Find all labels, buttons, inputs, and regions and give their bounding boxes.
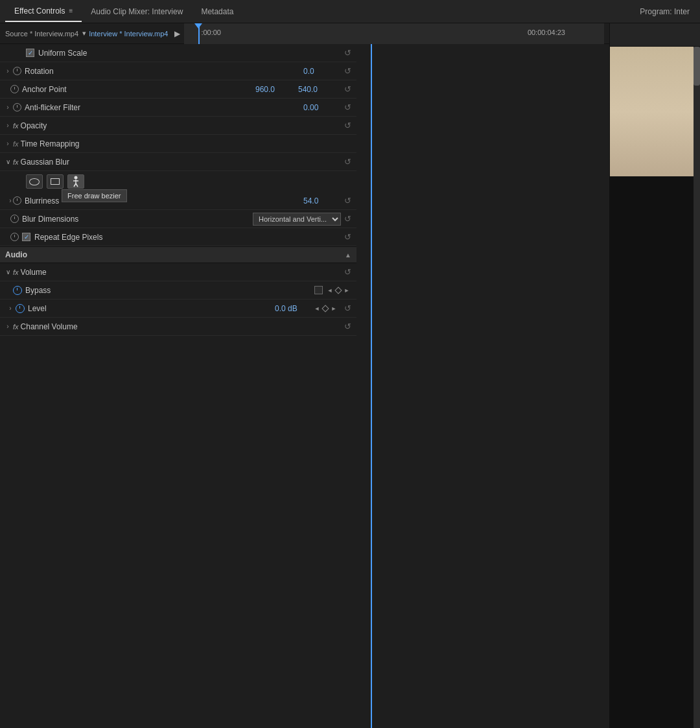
opacity-row: › fx Opacity ↺ (0, 117, 356, 135)
timeline-ruler: :00:00 00:00:04:23 (184, 23, 604, 44)
panel-scrollbar[interactable] (694, 47, 700, 728)
ruler-end-timecode: 00:00:04:23 (528, 29, 565, 36)
rotation-label: Rotation (25, 67, 303, 76)
anchor-point-values: 960.0 540.0 (255, 85, 336, 94)
rotation-value[interactable]: 0.0 (303, 67, 336, 76)
level-anim-clock[interactable] (16, 304, 25, 313)
bypass-kf-diamond[interactable] (334, 287, 342, 294)
repeat-edge-checkbox[interactable] (22, 233, 30, 241)
rect-shape-icon (51, 178, 60, 185)
timeline-area (356, 44, 609, 728)
blurriness-expand[interactable]: › (3, 197, 13, 204)
playhead-line[interactable] (198, 23, 200, 44)
gaussian-blur-label: Gaussian Blur (21, 158, 341, 167)
blurriness-reset[interactable]: ↺ (341, 194, 354, 207)
blur-dimensions-dropdown[interactable]: Horizontal and Verti... Horizontal Verti… (253, 213, 341, 226)
play-button[interactable]: ▶ (174, 29, 180, 38)
oval-shape-icon (29, 178, 40, 185)
opacity-label: Opacity (21, 121, 341, 130)
anti-flicker-clock-icon[interactable] (13, 103, 21, 112)
anchor-y-value[interactable]: 540.0 (298, 85, 331, 94)
oval-mask-button[interactable] (26, 174, 43, 189)
blurriness-row: › Blurriness 54.0 ↺ (0, 192, 356, 210)
rotation-reset[interactable]: ↺ (341, 65, 354, 78)
anti-flicker-expand[interactable]: › (3, 104, 13, 111)
tab-audio-clip-mixer[interactable]: Audio Clip Mixer: Interview (82, 2, 192, 21)
time-remapping-row: › fx Time Remapping (0, 135, 356, 153)
level-kf-next[interactable]: ► (329, 304, 338, 313)
blur-dim-clock-icon[interactable] (10, 215, 19, 223)
program-monitor-content (610, 47, 700, 728)
tab-effect-controls[interactable]: Effect Controls ≡ (5, 1, 82, 22)
anchor-point-reset[interactable]: ↺ (341, 83, 354, 96)
main-layout: Source * Interview.mp4 ▾ Interview * Int… (0, 23, 700, 728)
effect-panel: Source * Interview.mp4 ▾ Interview * Int… (0, 23, 609, 728)
level-reset[interactable]: ↺ (341, 302, 354, 315)
anti-flicker-value[interactable]: 0.00 (303, 103, 336, 112)
svg-line-3 (74, 183, 76, 187)
bypass-checkbox[interactable] (314, 286, 323, 294)
blurriness-value[interactable]: 54.0 (303, 196, 336, 205)
bypass-label: Bypass (25, 286, 314, 295)
blur-dimensions-row: Blur Dimensions Horizontal and Verti... … (0, 210, 356, 228)
free-draw-icon (70, 175, 82, 188)
channel-volume-fx-badge: fx (13, 323, 19, 331)
channel-volume-reset[interactable]: ↺ (341, 320, 354, 333)
mask-tools-row: Free draw bezier (0, 171, 356, 192)
source-text: Source * Interview.mp4 (5, 30, 78, 38)
bypass-kf-prev[interactable]: ◄ (325, 286, 334, 295)
tab-audio-clip-mixer-label: Audio Clip Mixer: Interview (91, 7, 183, 16)
time-remapping-expand[interactable]: › (3, 140, 13, 147)
program-monitor-tab: Program: Inter (640, 7, 695, 16)
opacity-expand[interactable]: › (3, 122, 13, 129)
rect-mask-button[interactable] (47, 174, 64, 189)
anchor-point-clock-icon[interactable] (10, 85, 19, 93)
tab-menu-icon[interactable]: ≡ (69, 7, 73, 14)
source-dropdown[interactable]: ▾ Interview * Interview.mp4 (82, 29, 168, 38)
anti-flicker-row: › Anti-flicker Filter 0.00 ↺ (0, 99, 356, 117)
panel-scroll-thumb[interactable] (694, 47, 700, 86)
audio-label: Audio (5, 250, 27, 259)
repeat-edge-label: Repeat Edge Pixels (34, 233, 102, 242)
blur-dimensions-reset[interactable]: ↺ (341, 213, 354, 226)
blurriness-label: Blurriness (25, 196, 303, 205)
bypass-row: Bypass ◄ ► (0, 281, 356, 299)
level-kf-prev[interactable]: ◄ (312, 304, 321, 313)
ruler-bg: :00:00 00:00:04:23 (184, 23, 604, 44)
rotation-clock-icon[interactable] (13, 67, 21, 75)
volume-reset[interactable]: ↺ (341, 266, 354, 279)
channel-volume-expand[interactable]: › (3, 323, 13, 330)
opacity-fx-badge: fx (13, 122, 19, 130)
uniform-scale-checkbox[interactable] (26, 49, 34, 57)
uniform-scale-reset[interactable]: ↺ (341, 47, 354, 60)
repeat-edge-reset[interactable]: ↺ (341, 231, 354, 244)
bypass-anim-clock[interactable] (13, 286, 22, 295)
level-row: › Level 0.0 dB ◄ ► ↺ (0, 299, 356, 318)
repeat-edge-pixels-row: Repeat Edge Pixels ↺ (0, 228, 356, 246)
blur-dimensions-label: Blur Dimensions (22, 215, 253, 224)
right-panel-header (610, 23, 700, 47)
volume-row: ∨ fx Volume ↺ (0, 263, 356, 281)
level-expand[interactable]: › (5, 305, 16, 312)
timeline-blue-line (371, 44, 372, 728)
bypass-kf-next[interactable]: ► (342, 286, 351, 295)
rotation-expand[interactable]: › (3, 67, 13, 75)
volume-expand[interactable]: ∨ (3, 268, 13, 276)
anchor-x-value[interactable]: 960.0 (255, 85, 288, 94)
tab-metadata[interactable]: Metadata (192, 2, 242, 21)
gaussian-blur-reset[interactable]: ↺ (341, 156, 354, 169)
svg-line-4 (76, 183, 78, 187)
level-kf-controls: ◄ ► (312, 304, 338, 313)
dropdown-chevron-icon: ▾ (82, 29, 86, 38)
anti-flicker-reset[interactable]: ↺ (341, 101, 354, 114)
level-kf-diamond[interactable] (321, 305, 329, 312)
opacity-reset[interactable]: ↺ (341, 119, 354, 132)
audio-collapse-btn[interactable]: ▲ (345, 252, 351, 259)
gaussian-blur-expand[interactable]: ∨ (3, 158, 13, 165)
channel-volume-label: Channel Volume (21, 322, 341, 331)
level-value[interactable]: 0.0 dB (275, 304, 307, 313)
free-draw-bezier-button[interactable] (67, 174, 84, 189)
blurriness-clock-icon[interactable] (13, 196, 21, 205)
props-with-timeline: Uniform Scale ↺ › Rotation 0.0 ↺ Anchor … (0, 44, 609, 728)
repeat-edge-clock-icon[interactable] (10, 233, 19, 241)
